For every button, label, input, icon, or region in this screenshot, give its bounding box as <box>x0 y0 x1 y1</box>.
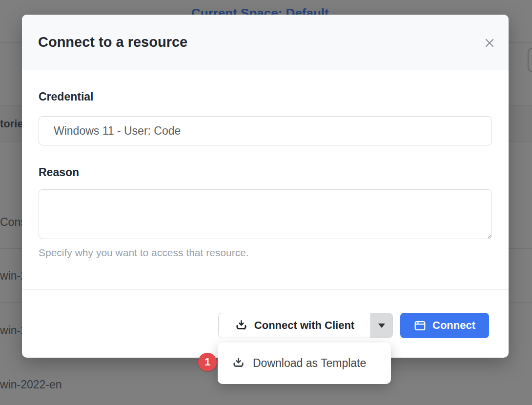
download-icon <box>235 319 248 332</box>
download-as-template-label: Download as Template <box>253 357 366 370</box>
screen: Current Space: Default torie Cons win-2 … <box>0 0 532 405</box>
download-icon <box>232 357 245 370</box>
split-button-dropdown-menu: Download as Template <box>218 343 391 384</box>
modal-title: Connect to a resource <box>38 34 187 50</box>
browser-window-icon <box>414 320 426 332</box>
annotation-badge-1: 1 <box>198 353 217 371</box>
connect-with-client-label: Connect with Client <box>254 319 354 332</box>
close-button[interactable] <box>481 35 498 51</box>
split-button-dropdown-toggle[interactable] <box>370 313 392 338</box>
close-icon <box>484 38 495 48</box>
footer-divider <box>22 289 509 290</box>
connect-resource-modal: Connect to a resource Credential Reason … <box>22 15 509 358</box>
connect-button-label: Connect <box>432 319 475 332</box>
credential-input[interactable] <box>39 116 492 145</box>
connect-with-client-button[interactable]: Connect with Client <box>219 313 370 338</box>
reason-label: Reason <box>39 166 79 179</box>
modal-header: Connect to a resource <box>22 15 509 70</box>
credential-label: Credential <box>39 90 93 103</box>
caret-down-icon <box>378 324 385 328</box>
reason-help-text: Specify why you want to access that reso… <box>39 247 249 259</box>
download-as-template-menu-item[interactable]: Download as Template <box>218 343 391 384</box>
connect-with-client-split-button: Connect with Client <box>218 313 393 338</box>
annotation-badge-number: 1 <box>205 356 210 368</box>
connect-button[interactable]: Connect <box>400 313 489 338</box>
reason-textarea[interactable] <box>39 189 492 239</box>
